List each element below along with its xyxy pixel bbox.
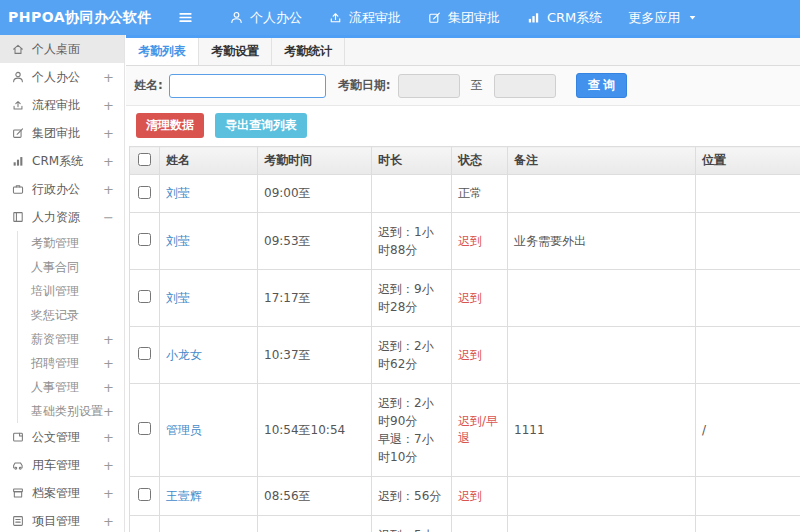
employee-name-link[interactable]: 王壹辉 (166, 489, 202, 503)
sidebar-item-human-resources[interactable]: 人力资源− (0, 203, 124, 231)
sidebar-item-workflow-approval[interactable]: 流程审批+ (0, 91, 124, 119)
name-input[interactable] (169, 74, 326, 98)
expand-toggle-icon: + (103, 154, 114, 169)
sidebar-item-admin-office[interactable]: 行政办公+ (0, 175, 124, 203)
sidebar-item-label: 基础类别设置 (31, 403, 103, 420)
nav-item-personal-office[interactable]: 个人办公 (229, 9, 302, 27)
sidebar-item-label: 公文管理 (32, 429, 103, 446)
sidebar-item-label: 项目管理 (32, 513, 103, 530)
sidebar: 个人桌面个人办公+流程审批+集团审批+CRM系统+行政办公+人力资源−考勤管理人… (0, 35, 125, 532)
sidebar-item-crm-system[interactable]: CRM系统+ (0, 147, 124, 175)
row-checkbox[interactable] (138, 422, 151, 435)
tab-attendance-settings[interactable]: 考勤设置 (199, 38, 272, 65)
table-row: 黄蓉 13:20至13:20 迟到：5小时33分早退：4小时67分 迟到/早退 … (130, 516, 800, 532)
sidebar-item-archive-management[interactable]: 档案管理+ (0, 479, 124, 507)
sidebar-item-group-approval[interactable]: 集团审批+ (0, 119, 124, 147)
sidebar-item-document-management[interactable]: 公文管理+ (0, 423, 124, 451)
sidebar-subitem-personnel-management[interactable]: 人事管理+ (18, 375, 124, 399)
nav-item-label: 流程审批 (349, 9, 401, 27)
table-row: 刘莹 17:17至 迟到：9小时28分 迟到 (130, 270, 800, 327)
attendance-time-cell: 09:00至 (258, 175, 372, 213)
sidebar-submenu: 考勤管理人事合同培训管理奖惩记录薪资管理+招聘管理+人事管理+基础类别设置+ (17, 231, 124, 423)
date-to-label: 至 (471, 77, 483, 94)
employee-name-link[interactable]: 刘莹 (166, 186, 190, 200)
nav-item-crm-system[interactable]: CRM系统 (526, 9, 602, 27)
location-cell (696, 327, 800, 384)
table-header-row: 姓名 考勤时间 时长 状态 备注 位置 (130, 147, 800, 175)
employee-name-link[interactable]: 刘莹 (166, 291, 190, 305)
duration-cell: 迟到：9小时28分 (372, 270, 452, 327)
menu-toggle-icon[interactable] (168, 9, 202, 26)
note-cell (508, 270, 696, 327)
row-checkbox[interactable] (138, 186, 151, 199)
column-status: 状态 (452, 147, 508, 175)
sidebar-item-label: 招聘管理 (31, 355, 103, 372)
duration-cell (372, 175, 452, 213)
status-cell: 正常 (452, 175, 508, 213)
expand-toggle-icon: + (103, 458, 114, 473)
nav-item-workflow-approval[interactable]: 流程审批 (328, 9, 401, 27)
select-all-checkbox[interactable] (138, 153, 151, 166)
sidebar-item-personal-desktop[interactable]: 个人桌面 (0, 35, 124, 63)
note-cell: 业务需要外出 (508, 213, 696, 270)
location-cell (696, 270, 800, 327)
employee-name-link[interactable]: 管理员 (166, 423, 202, 437)
location-cell: / (696, 384, 800, 477)
filter-bar: 姓名: 考勤日期: 至 查 询 (126, 66, 800, 106)
sidebar-subitem-reward-punishment-records[interactable]: 奖惩记录 (18, 303, 124, 327)
row-checkbox[interactable] (138, 233, 151, 246)
name-label: 姓名: (134, 77, 163, 94)
nav-item-group-approval[interactable]: 集团审批 (427, 9, 500, 27)
sidebar-item-project-management[interactable]: 项目管理+ (0, 507, 124, 532)
chart-icon (526, 10, 541, 25)
sidebar-item-vehicle-management[interactable]: 用车管理+ (0, 451, 124, 479)
note-cell (508, 327, 696, 384)
nav-item-label: 个人办公 (250, 9, 302, 27)
tab-bar: 考勤列表考勤设置考勤统计 (126, 35, 800, 66)
main-content: 考勤列表考勤设置考勤统计 姓名: 考勤日期: 至 查 询 清理数据 导出查询列表… (126, 35, 800, 532)
status-cell: 迟到 (452, 477, 508, 516)
expand-toggle-icon: + (103, 182, 114, 197)
row-checkbox[interactable] (138, 290, 151, 303)
edit-icon (11, 126, 25, 140)
sidebar-item-label: 考勤管理 (31, 235, 114, 252)
row-checkbox[interactable] (138, 347, 151, 360)
sidebar-item-label: 人事合同 (31, 259, 114, 276)
sidebar-subitem-recruitment-management[interactable]: 招聘管理+ (18, 351, 124, 375)
workflow-icon (11, 98, 25, 112)
location-cell: / (696, 516, 800, 532)
note-cell (508, 175, 696, 213)
sidebar-item-label: 薪资管理 (31, 331, 103, 348)
duration-cell: 迟到：1小时88分 (372, 213, 452, 270)
date-from-input[interactable] (398, 74, 460, 98)
table-row: 小龙女 10:37至 迟到：2小时62分 迟到 (130, 327, 800, 384)
expand-toggle-icon: − (103, 210, 114, 225)
sidebar-subitem-attendance-management[interactable]: 考勤管理 (18, 231, 124, 255)
sidebar-item-label: 流程审批 (32, 97, 103, 114)
note-cell: 1111 (508, 384, 696, 477)
expand-toggle-icon: + (103, 126, 114, 141)
employee-name-link[interactable]: 小龙女 (166, 348, 202, 362)
date-to-input[interactable] (494, 74, 556, 98)
sidebar-subitem-salary-management[interactable]: 薪资管理+ (18, 327, 124, 351)
search-button[interactable]: 查 询 (576, 73, 627, 98)
attendance-time-cell: 13:20至13:20 (258, 516, 372, 532)
sidebar-subitem-base-category-settings[interactable]: 基础类别设置+ (18, 399, 124, 423)
sidebar-item-label: 人力资源 (32, 209, 103, 226)
export-list-button[interactable]: 导出查询列表 (215, 113, 307, 138)
attendance-time-cell: 09:53至 (258, 213, 372, 270)
attendance-time-cell: 17:17至 (258, 270, 372, 327)
sidebar-subitem-personnel-contract[interactable]: 人事合同 (18, 255, 124, 279)
clean-data-button[interactable]: 清理数据 (136, 113, 204, 138)
employee-name-link[interactable]: 刘莹 (166, 234, 190, 248)
tab-attendance-stats[interactable]: 考勤统计 (272, 38, 345, 65)
duration-cell: 迟到：56分 (372, 477, 452, 516)
sidebar-item-personal-office[interactable]: 个人办公+ (0, 63, 124, 91)
sidebar-subitem-training-management[interactable]: 培训管理 (18, 279, 124, 303)
user-icon (229, 10, 244, 25)
status-cell: 迟到 (452, 327, 508, 384)
note-cell (508, 477, 696, 516)
tab-attendance-list[interactable]: 考勤列表 (126, 38, 199, 65)
row-checkbox[interactable] (138, 488, 151, 501)
nav-item-more-apps[interactable]: 更多应用 (628, 9, 699, 27)
